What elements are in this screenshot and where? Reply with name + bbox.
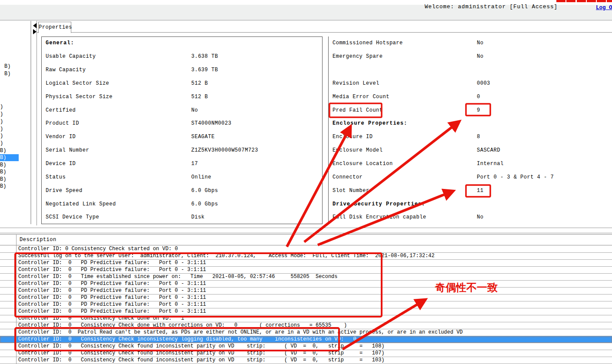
tree-item[interactable]: ) <box>0 126 3 132</box>
property-value: SEAGATE <box>191 134 323 140</box>
tab-properties[interactable]: Properties <box>38 22 71 33</box>
log-row[interactable]: Controller ID: 0 Consistency Check start… <box>0 246 612 253</box>
property-row: Slot Number11 <box>328 184 612 197</box>
property-value: 0 <box>477 94 612 100</box>
tree-item[interactable]: B) <box>4 63 10 70</box>
tab-scroll-right-icon[interactable] <box>33 29 37 34</box>
log-row-selected[interactable]: Controller ID: 0 Consistency Check incon… <box>0 336 612 343</box>
tree-item[interactable]: ) <box>0 132 3 139</box>
log-row[interactable]: Controller ID: 0 PD Predictive failure: … <box>0 260 612 267</box>
property-row: CertifiedNo <box>41 103 323 117</box>
property-value: Disk <box>191 214 323 220</box>
property-value: 512 B <box>191 94 323 100</box>
log-rows: Controller ID: 0 Consistency Check start… <box>0 246 612 364</box>
tree-item[interactable]: B) <box>0 162 6 169</box>
property-label: Emergency Spare <box>328 53 477 60</box>
property-row: Drive Security Properties: <box>328 197 612 211</box>
property-label: Logical Sector Size <box>41 80 191 86</box>
property-label: Physical Sector Size <box>41 94 191 100</box>
property-label: Full Disk Encryption capable <box>328 214 477 220</box>
property-label: Enclosure Model <box>328 147 477 153</box>
log-row[interactable]: Controller ID: 0 PD Predictive failure: … <box>0 308 612 315</box>
property-value: 0003 <box>477 80 612 86</box>
property-row: Serial NumberZ1Z5KV3H0000W507M723 <box>41 144 323 157</box>
property-value: Port 0 - 3 & Port 4 - 7 <box>477 174 612 180</box>
app-window: Welcome: administrator [Full Access] Log… <box>0 0 612 364</box>
property-value: 17 <box>191 161 323 167</box>
tree-item[interactable]: B) <box>0 176 6 183</box>
property-label: Certified <box>41 107 191 113</box>
property-row: ConnectorPort 0 - 3 & Port 4 - 7 <box>328 170 612 184</box>
log-row[interactable]: Controller ID: 0 Consistency Check found… <box>0 343 612 350</box>
property-row: Media Error Count0 <box>328 90 612 103</box>
property-value: 6.0 Gbps <box>191 201 323 207</box>
property-value: No <box>477 214 612 220</box>
property-value: 512 B <box>191 80 323 86</box>
log-row[interactable]: Controller ID: 0 Time established since … <box>0 274 612 281</box>
property-label: Enclosure Location <box>328 161 477 167</box>
property-row: General: <box>41 36 323 50</box>
property-label: Status <box>41 174 191 180</box>
property-value: No <box>477 53 612 60</box>
log-row[interactable]: Controller ID: 0 Consistency Check done … <box>0 315 612 322</box>
log-row[interactable]: Controller ID: 0 Consistency Check found… <box>0 350 612 357</box>
property-label: Pred Fail Count <box>328 107 477 113</box>
property-row: Product IDST4000NM0023 <box>41 117 323 130</box>
property-value: 8 <box>477 134 612 140</box>
tree-item[interactable]: ) <box>0 118 3 125</box>
property-value: SASCARD <box>477 147 612 153</box>
property-row: Drive Speed6.0 Gbps <box>41 184 323 197</box>
tab-scroll-left-icon[interactable] <box>33 23 37 28</box>
property-value: Z1Z5KV3H0000W507M723 <box>191 147 323 153</box>
property-label: Media Error Count <box>328 94 477 100</box>
property-label: Serial Number <box>41 147 191 153</box>
property-label: Enclosure Properties: <box>328 120 477 126</box>
property-label: Product ID <box>41 120 191 126</box>
splitter-line2-highlight <box>0 233 612 234</box>
property-row: Commissioned HotspareNo <box>328 36 612 50</box>
property-label: Device ID <box>41 161 191 167</box>
log-row[interactable]: Controller ID: 0 PD Predictive failure: … <box>0 281 612 288</box>
property-value: Internal <box>477 161 612 167</box>
property-row: Enclosure Properties: <box>328 117 612 130</box>
log-row[interactable]: Controller ID: 0 PD Predictive failure: … <box>0 301 612 308</box>
property-row: Enclosure ModelSASCARD <box>328 144 612 157</box>
property-label: Negotiated Link Speed <box>41 201 191 207</box>
log-row[interactable]: Controller ID: 0 PD Predictive failure: … <box>0 288 612 295</box>
tree-item[interactable]: ) <box>0 103 3 110</box>
properties-column-left: General:Usable Capacity3.638 TBRaw Capac… <box>41 36 323 224</box>
property-row: Enclosure ID8 <box>328 130 612 144</box>
log-row[interactable]: Controller ID: 0 Consistency Check found… <box>0 357 612 364</box>
tree-item-selected[interactable]: B) <box>0 154 19 161</box>
property-row: Logical Sector Size512 B <box>41 77 323 90</box>
property-label: General: <box>41 40 191 46</box>
log-column-description: Description <box>20 237 57 243</box>
log-row[interactable]: Controller ID: 0 PD Predictive failure: … <box>0 295 612 301</box>
property-label: Enclosure ID <box>328 134 477 140</box>
log-row[interactable]: Successful log on to the server User: ad… <box>0 253 612 260</box>
log-row[interactable]: Controller ID: 0 Consistency Check done … <box>0 322 612 329</box>
tree-item[interactable]: B) <box>0 183 6 190</box>
tab-strip-line <box>37 32 612 33</box>
property-row: Device ID17 <box>41 157 323 171</box>
log-row[interactable]: Controller ID: 0 Patrol Read can't be st… <box>0 329 612 336</box>
property-row: Physical Sector Size512 B <box>41 90 323 103</box>
property-row: Enclosure LocationInternal <box>328 157 612 171</box>
log-row[interactable]: Controller ID: 0 PD Predictive failure: … <box>0 267 612 274</box>
device-tree-sidebar[interactable]: B)B)))))))B)B)B)B)B)B) <box>0 21 31 224</box>
property-row: Emergency SpareNo <box>328 50 612 63</box>
splitter-line-highlight <box>0 228 612 228</box>
tree-item[interactable]: B) <box>4 70 10 77</box>
tree-item[interactable]: ) <box>0 111 3 118</box>
log-off-link[interactable]: Log Of: <box>596 5 612 11</box>
property-row: Usable Capacity3.638 TB <box>41 50 323 63</box>
property-row: Full Disk Encryption capableNo <box>328 211 612 224</box>
property-value: 6.0 Gbps <box>191 188 323 194</box>
redbox-top-edge-fragment <box>556 0 612 2</box>
property-row <box>328 63 612 77</box>
property-label: Commissioned Hotspare <box>328 40 477 46</box>
tree-item[interactable]: B) <box>0 147 6 154</box>
tree-item[interactable]: B) <box>0 169 6 175</box>
tree-item[interactable]: ) <box>0 140 3 147</box>
property-row: StatusOnline <box>41 170 323 184</box>
